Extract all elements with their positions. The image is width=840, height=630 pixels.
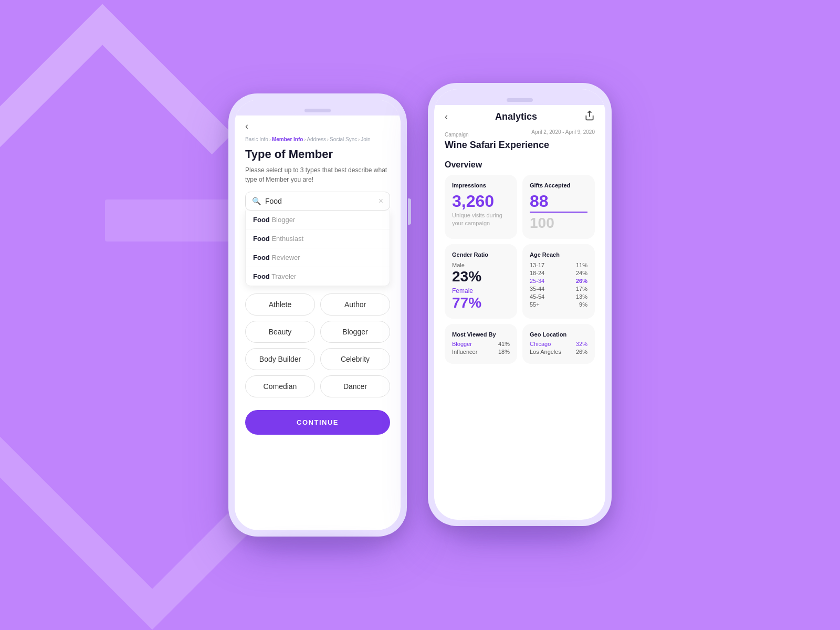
- breadcrumb-join: Join: [361, 136, 370, 142]
- search-input[interactable]: Food: [265, 197, 379, 205]
- tag-bodybuilder[interactable]: Body Builder: [245, 348, 315, 370]
- geo-label-1: Los Angeles: [530, 349, 561, 355]
- most-viewed-pct-0: 41%: [498, 341, 510, 347]
- breadcrumb-address: Address: [307, 136, 326, 142]
- age-pct-1: 24%: [576, 270, 587, 276]
- geo-label-0: Chicago: [530, 341, 551, 347]
- gifts-accepted-title: Gifts Accepted: [530, 182, 587, 188]
- dropdown-suffix-3b: Traveler: [271, 272, 296, 280]
- phone2-inner: ‹ Analytics Campaign April 2, 2020 - Apr…: [434, 89, 605, 520]
- breadcrumb-arrow-3: ›: [327, 137, 329, 142]
- dropdown-prefix-2: Food: [253, 254, 270, 261]
- geo-pct-0: 32%: [576, 341, 587, 347]
- age-label-4: 45-54: [530, 293, 544, 300]
- dropdown-prefix-1: Food: [253, 235, 270, 243]
- breadcrumb: Basic Info › Member Info › Address › Soc…: [245, 136, 390, 142]
- tag-celebrity[interactable]: Celebrity: [320, 348, 390, 370]
- page-title: Type of Member: [245, 148, 390, 161]
- geo-pct-1: 26%: [576, 349, 587, 355]
- stats-grid-1: Impressions 3,260 Unique visits during y…: [434, 175, 605, 239]
- phone1-inner: ‹ Basic Info › Member Info › Address › S…: [235, 100, 401, 530]
- phone-member-type: ‹ Basic Info › Member Info › Address › S…: [228, 93, 407, 537]
- clear-icon[interactable]: ×: [379, 196, 383, 206]
- most-viewed-card: Most Viewed By Blogger 41% Influencer 18…: [445, 324, 517, 364]
- search-icon: 🔍: [252, 197, 261, 205]
- breadcrumb-arrow-1: ›: [269, 137, 271, 142]
- most-viewed-pct-1: 18%: [498, 349, 510, 355]
- dropdown-item-3[interactable]: Food Traveler: [246, 267, 390, 286]
- tag-author[interactable]: Author: [320, 293, 390, 316]
- age-label-0: 13-17: [530, 262, 544, 268]
- analytics-header: ‹ Analytics: [434, 105, 605, 127]
- tag-comedian[interactable]: Comedian: [245, 375, 315, 397]
- dropdown-prefix-0: Food: [253, 216, 270, 224]
- age-row-0: 13-17 11%: [530, 262, 587, 268]
- breadcrumb-basicinfo: Basic Info: [245, 136, 268, 142]
- impressions-card: Impressions 3,260 Unique visits during y…: [445, 175, 517, 239]
- most-viewed-row-1: Influencer 18%: [452, 349, 510, 355]
- breadcrumb-memberinfo: Member Info: [272, 136, 303, 142]
- most-viewed-label-1: Influencer: [452, 349, 477, 355]
- impressions-title: Impressions: [452, 182, 510, 188]
- gender-ratio-title: Gender Ratio: [452, 251, 510, 258]
- age-reach-title: Age Reach: [530, 251, 587, 258]
- overview-title: Overview: [434, 156, 605, 175]
- gifts-accepted-numbers: 88 100: [530, 193, 587, 232]
- phones-container: ‹ Basic Info › Member Info › Address › S…: [228, 93, 612, 537]
- geo-location-card: Geo Location Chicago 32% Los Angeles 26%: [522, 324, 595, 364]
- breadcrumb-socialsync: Social Sync: [330, 136, 357, 142]
- phone1-side-button: [408, 198, 411, 225]
- continue-button[interactable]: CONTINUE: [245, 410, 390, 435]
- most-viewed-title: Most Viewed By: [452, 331, 510, 338]
- gender-female-label: Female: [452, 287, 510, 295]
- tag-dancer[interactable]: Dancer: [320, 375, 390, 397]
- age-row-5: 55+ 9%: [530, 301, 587, 308]
- dropdown-item-1[interactable]: Food Enthusiast: [246, 229, 390, 248]
- breadcrumb-arrow-4: ›: [358, 137, 360, 142]
- dropdown-suffix-1b: Enthusiast: [271, 235, 303, 243]
- search-dropdown: Food Blogger Food Enthusiast Food Review…: [245, 211, 390, 286]
- age-label-1: 18-24: [530, 270, 544, 276]
- gender-ratio-card: Gender Ratio Male 23% Female 77%: [445, 244, 517, 319]
- page-subtitle: Please select up to 3 types that best de…: [245, 165, 390, 184]
- stats-grid-2: Gender Ratio Male 23% Female 77% Age Rea…: [434, 244, 605, 319]
- age-row-3: 35-44 17%: [530, 286, 587, 292]
- gender-female-pct: 77%: [452, 295, 510, 311]
- bottom-stats-grid: Most Viewed By Blogger 41% Influencer 18…: [434, 319, 605, 369]
- geo-location-title: Geo Location: [530, 331, 587, 338]
- member-tags-grid: Athlete Author Beauty Blogger Body Build…: [245, 293, 390, 397]
- gifts-accepted-card: Gifts Accepted 88 100: [522, 175, 595, 239]
- most-viewed-label-0: Blogger: [452, 341, 472, 347]
- back-button[interactable]: ‹: [245, 121, 248, 132]
- impressions-number: 3,260: [452, 193, 510, 209]
- age-row-2: 25-34 26%: [530, 278, 587, 284]
- impressions-subtitle: Unique visits during your campaign: [452, 212, 510, 228]
- campaign-date: April 2, 2020 - April 9, 2020: [531, 129, 595, 135]
- dropdown-suffix-2b: Reviewer: [271, 254, 300, 261]
- search-box[interactable]: 🔍 Food ×: [245, 192, 390, 211]
- age-label-2: 25-34: [530, 278, 544, 284]
- age-pct-3: 17%: [576, 286, 587, 292]
- phone-analytics: ‹ Analytics Campaign April 2, 2020 - Apr…: [428, 83, 612, 526]
- geo-row-1: Los Angeles 26%: [530, 349, 587, 355]
- age-row-1: 18-24 24%: [530, 270, 587, 276]
- dropdown-prefix-3: Food: [253, 272, 270, 280]
- tag-blogger[interactable]: Blogger: [320, 321, 390, 343]
- tag-beauty[interactable]: Beauty: [245, 321, 315, 343]
- age-reach-card: Age Reach 13-17 11% 18-24 24% 25-34 26%: [522, 244, 595, 319]
- phone1-shadow: [255, 542, 380, 552]
- gender-male-label: Male: [452, 262, 510, 268]
- gender-male-pct: 23%: [452, 268, 510, 285]
- dropdown-item-0[interactable]: Food Blogger: [246, 211, 390, 229]
- gifts-100: 100: [530, 215, 554, 232]
- campaign-label: Campaign: [445, 132, 469, 138]
- age-pct-2: 26%: [576, 278, 587, 284]
- age-pct-0: 11%: [576, 262, 587, 268]
- most-viewed-row-0: Blogger 41%: [452, 341, 510, 347]
- age-pct-4: 13%: [576, 293, 587, 300]
- analytics-title: Analytics: [448, 111, 584, 122]
- share-icon[interactable]: [584, 110, 595, 123]
- breadcrumb-arrow-2: ›: [304, 137, 306, 142]
- dropdown-item-2[interactable]: Food Reviewer: [246, 248, 390, 267]
- tag-athlete[interactable]: Athlete: [245, 293, 315, 316]
